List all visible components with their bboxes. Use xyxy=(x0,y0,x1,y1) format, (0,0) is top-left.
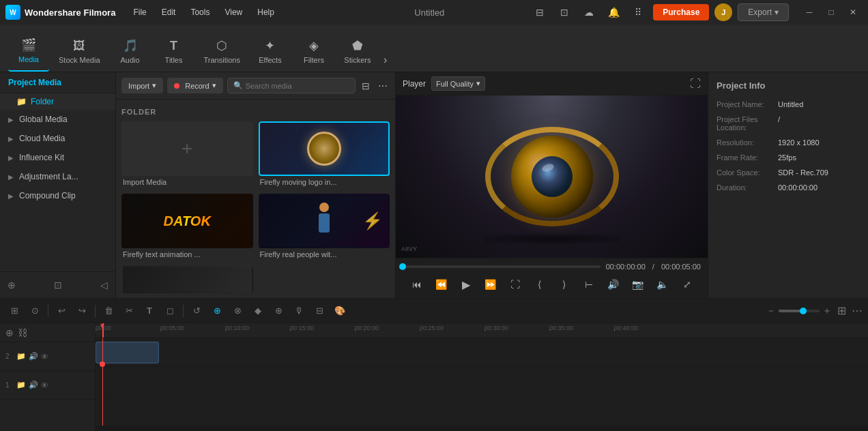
text-icon[interactable]: T xyxy=(141,302,158,320)
add-folder-icon[interactable]: ⊕ xyxy=(5,278,18,293)
tool-transitions[interactable]: ⬡ Transitions xyxy=(197,31,247,72)
quality-select[interactable]: Full Quality ▾ xyxy=(431,76,485,91)
volume-icon[interactable]: 🔈 xyxy=(653,275,672,294)
timeline-scrollbar[interactable] xyxy=(96,426,868,431)
ruler-mark-7: 00:35:00 xyxy=(549,323,573,331)
redo-icon[interactable]: ↪ xyxy=(73,302,91,320)
select-tool-icon[interactable]: ⊙ xyxy=(26,302,44,320)
import-button[interactable]: Import ▾ xyxy=(121,78,163,93)
media-card-firefly-logo[interactable]: Firefly moving logo in... xyxy=(259,121,390,188)
track-1-audio-icon[interactable]: 🔊 xyxy=(29,381,38,389)
nav-cloud-media[interactable]: ▶ Cloud Media xyxy=(0,129,115,148)
nav-folder[interactable]: 📁 Folder xyxy=(0,93,115,110)
media-card-firefly-people[interactable]: ⚡ Firefly real people wit... xyxy=(259,194,390,261)
nav-adjustment-layer[interactable]: ▶ Adjustment La... xyxy=(0,167,115,186)
progress-track[interactable] xyxy=(403,265,601,268)
menu-view[interactable]: View xyxy=(218,5,249,20)
colorspace-value: SDR - Rec.709 xyxy=(778,168,828,177)
color-match-icon[interactable]: 🎨 xyxy=(331,302,349,320)
mark-out-icon[interactable]: ⟩ xyxy=(555,275,574,294)
win-close-button[interactable]: ✕ xyxy=(843,3,863,22)
more-options-icon[interactable]: ⋯ xyxy=(376,78,390,93)
bell-icon[interactable]: 🔔 xyxy=(604,3,623,22)
track-2-eye-icon[interactable]: 👁 xyxy=(41,353,48,361)
track-clip-2[interactable] xyxy=(96,342,159,363)
frame-back-icon[interactable]: ⏪ xyxy=(432,275,451,294)
track-1-eye-icon[interactable]: 👁 xyxy=(41,381,48,389)
player-tab[interactable]: Player xyxy=(403,79,426,89)
timeline-ruler[interactable]: 00:00 00:05:00 00:10:00 00:15:00 00:20:0… xyxy=(96,323,868,338)
cloud-sync-icon[interactable]: ☁ xyxy=(579,3,598,22)
toolbar-more-chevron[interactable]: › xyxy=(381,54,390,66)
restore-window-icon[interactable]: ⊡ xyxy=(555,3,574,22)
win-maximize-button[interactable]: □ xyxy=(822,3,841,22)
subtitle-icon[interactable]: ⊟ xyxy=(310,302,328,320)
minimize-window-icon[interactable]: ⊟ xyxy=(530,3,549,22)
nav-compound-clip[interactable]: ▶ Compound Clip xyxy=(0,186,115,205)
filter-icon[interactable]: ⊟ xyxy=(360,78,372,93)
fit-icon[interactable]: ⤢ xyxy=(678,275,697,294)
color-icon[interactable]: ⊕ xyxy=(208,302,226,320)
export-button[interactable]: Export ▾ xyxy=(738,3,789,21)
user-avatar[interactable]: J xyxy=(714,3,732,21)
crop-tl-icon[interactable]: ◻ xyxy=(161,302,179,320)
ai-icon[interactable]: ⊗ xyxy=(229,302,246,320)
menu-help[interactable]: Help xyxy=(250,5,281,20)
media-card-import[interactable]: + Import Media xyxy=(121,121,253,188)
tool-stickers[interactable]: ⬟ Stickers xyxy=(337,31,378,72)
video-area: AIIVY xyxy=(396,95,708,258)
media-card-firefly-text[interactable]: DATOK Firefly text animation ... xyxy=(121,194,253,261)
more-tl-icon[interactable]: ⋯ xyxy=(852,304,863,317)
camera-icon[interactable]: 📷 xyxy=(628,275,648,294)
undo-icon[interactable]: ↩ xyxy=(53,302,70,320)
tool-media[interactable]: 🎬 Media xyxy=(8,31,49,72)
tool-audio-label: Audio xyxy=(120,56,139,64)
skip-back-icon[interactable]: ⏮ xyxy=(407,275,426,294)
record-button[interactable]: Record ▾ xyxy=(167,78,222,93)
track-2-folder-icon[interactable]: 📁 xyxy=(16,352,26,361)
crop-icon[interactable]: ⛶ xyxy=(506,275,525,294)
mark-in-icon[interactable]: ⟨ xyxy=(530,275,549,294)
win-minimize-button[interactable]: ─ xyxy=(800,3,819,22)
grid-icon[interactable]: ⠿ xyxy=(628,3,648,22)
search-box[interactable]: 🔍 xyxy=(227,78,356,93)
tool-titles[interactable]: T Titles xyxy=(154,31,194,72)
collapse-panel-icon[interactable]: ◁ xyxy=(98,278,110,293)
grid-view-icon[interactable]: ⊞ xyxy=(837,304,846,317)
menu-file[interactable]: File xyxy=(126,5,153,20)
track-1-folder-icon[interactable]: 📁 xyxy=(16,381,26,389)
tool-stock-media[interactable]: 🖼 Stock Media xyxy=(52,31,107,72)
cut-icon[interactable]: ✂ xyxy=(120,302,138,320)
stabilize-icon[interactable]: ◆ xyxy=(249,302,267,320)
tool-effects[interactable]: ✦ Effects xyxy=(250,31,291,72)
menu-tools[interactable]: Tools xyxy=(184,5,216,20)
tool-filters[interactable]: ◈ Filters xyxy=(293,31,334,72)
search-input[interactable] xyxy=(246,82,349,90)
audio-icon: 🎵 xyxy=(123,38,138,53)
audio-tl-icon[interactable]: 🎙 xyxy=(290,302,308,320)
rotate-icon[interactable]: ↺ xyxy=(188,302,205,320)
link-clip-icon[interactable]: ⛓ xyxy=(18,327,27,338)
menu-edit[interactable]: Edit xyxy=(155,5,183,20)
playhead[interactable] xyxy=(102,323,104,338)
track-2-audio-icon[interactable]: 🔊 xyxy=(29,352,38,361)
split-icon[interactable]: ⊢ xyxy=(579,275,598,294)
nav-influence-kit[interactable]: ▶ Influence Kit xyxy=(0,148,115,167)
tool-audio[interactable]: 🎵 Audio xyxy=(110,31,151,72)
add-track-icon[interactable]: ⊞ xyxy=(5,302,23,320)
purchase-button[interactable]: Purchase xyxy=(653,4,709,20)
delete-icon[interactable]: 🗑 xyxy=(100,302,117,320)
folder-view-icon[interactable]: ⊡ xyxy=(52,278,64,293)
nav-global-media[interactable]: ▶ Global Media xyxy=(0,110,115,129)
fullscreen-icon[interactable]: ⛶ xyxy=(690,78,701,90)
frame-forward-icon[interactable]: ⏩ xyxy=(481,275,500,294)
add-clip-icon[interactable]: ⊕ xyxy=(5,327,14,338)
zoom-out-icon[interactable]: － xyxy=(766,305,776,317)
speed-icon[interactable]: ⊕ xyxy=(270,302,287,320)
play-button[interactable]: ▶ xyxy=(457,275,476,294)
info-row-location: Project Files Location: / xyxy=(717,115,860,132)
zoom-in-icon[interactable]: ＋ xyxy=(822,305,832,317)
zoom-track[interactable] xyxy=(779,310,820,312)
media-card-partial[interactable] xyxy=(121,266,253,293)
audio-icon[interactable]: 🔊 xyxy=(604,275,623,294)
